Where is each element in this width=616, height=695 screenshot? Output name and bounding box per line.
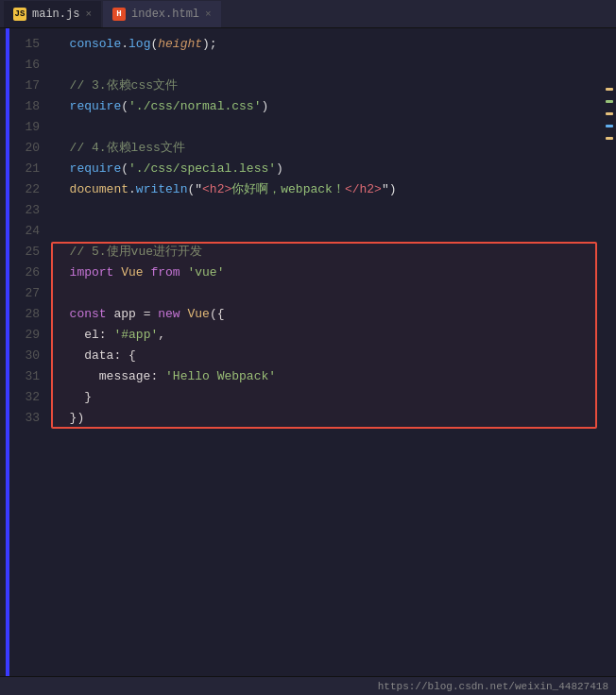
- code-line-19: [55, 117, 603, 138]
- scrollbar-mark: [606, 88, 613, 91]
- code-line-20: // 4.依赖less文件: [55, 138, 603, 159]
- code-line-18: require('./css/normal.css'): [55, 96, 603, 117]
- code-line-31: message: 'Hello Webpack': [55, 366, 603, 387]
- code-line-29: el: '#app',: [55, 325, 603, 346]
- line-numbers: 15161718192021222324252627282930313233: [9, 28, 47, 676]
- code-content[interactable]: console.log(height); // 3.依赖css文件 requir…: [47, 28, 603, 676]
- editor-container: JS main.js × H index.html × 151617181920…: [0, 0, 616, 695]
- scrollbar-mark: [606, 112, 613, 115]
- scrollbar-mark: [606, 137, 613, 140]
- left-gutter: [0, 28, 9, 676]
- code-line-33: }): [55, 408, 603, 429]
- left-bar: [6, 28, 9, 676]
- tab-index-html[interactable]: H index.html ×: [103, 1, 221, 27]
- scrollbar-mark: [606, 100, 613, 103]
- right-scrollbar[interactable]: [603, 28, 616, 676]
- code-line-28: const app = new Vue({: [55, 304, 603, 325]
- tab-close-main-js[interactable]: ×: [85, 8, 92, 20]
- code-line-26: import Vue from 'vue': [55, 263, 603, 283]
- tab-bar: JS main.js × H index.html ×: [0, 0, 616, 28]
- scrollbar-mark: [606, 125, 613, 127]
- html-icon: H: [112, 8, 126, 21]
- tab-main-js[interactable]: JS main.js ×: [4, 1, 101, 27]
- tab-close-index-html[interactable]: ×: [205, 8, 212, 20]
- code-line-17: // 3.依赖css文件: [55, 76, 603, 96]
- code-line-32: }: [55, 387, 603, 408]
- code-line-24: [55, 221, 603, 242]
- code-line-30: data: {: [55, 346, 603, 366]
- js-icon: JS: [13, 8, 26, 21]
- code-line-23: [55, 200, 603, 221]
- code-line-25: // 5.使用vue进行开发: [55, 242, 603, 263]
- status-url: https://blog.csdn.net/weixin_44827418: [378, 681, 608, 692]
- code-line-21: require('./css/special.less'): [55, 159, 603, 179]
- code-area: 15161718192021222324252627282930313233 c…: [0, 28, 616, 676]
- tab-label-main-js: main.js: [32, 8, 79, 21]
- code-line-22: document.writeln("<h2>你好啊，webpack！</h2>"…: [55, 179, 603, 200]
- code-line-16: [55, 55, 603, 76]
- tab-label-index-html: index.html: [131, 8, 199, 21]
- status-bar: https://blog.csdn.net/weixin_44827418: [0, 676, 616, 695]
- code-line-27: [55, 283, 603, 304]
- code-line-15: console.log(height);: [55, 34, 603, 55]
